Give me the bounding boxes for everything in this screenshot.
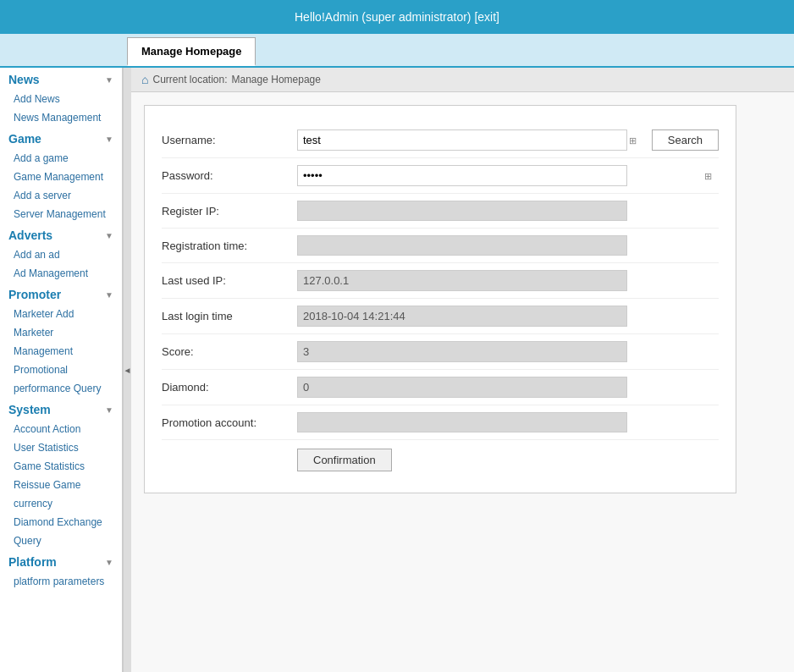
sidebar-section-adverts[interactable]: Adverts ▼ xyxy=(0,223,122,245)
sidebar-platform-title: Platform xyxy=(8,555,57,569)
last-used-ip-value: 127.0.0.1 xyxy=(297,270,627,291)
diamond-label: Diamond: xyxy=(162,381,297,394)
sidebar-item-news-management[interactable]: News Management xyxy=(0,108,122,127)
sidebar-item-query[interactable]: Query xyxy=(0,532,122,550)
sidebar-item-add-ad[interactable]: Add an ad xyxy=(0,245,122,264)
last-login-time-value: 2018-10-04 14:21:44 xyxy=(297,306,627,327)
sidebar-promoter-arrow: ▼ xyxy=(105,290,113,300)
sidebar-adverts-title: Adverts xyxy=(8,229,52,242)
sidebar-item-account-action[interactable]: Account Action xyxy=(0,420,122,438)
sidebar-section-game[interactable]: Game ▼ xyxy=(0,127,122,149)
sidebar-news-arrow: ▼ xyxy=(105,75,113,85)
sidebar-game-arrow: ▼ xyxy=(105,135,113,144)
diamond-row: Diamond: 0 xyxy=(162,370,719,405)
username-label: Username: xyxy=(162,134,297,146)
sidebar-item-marketer-add[interactable]: Marketer Add xyxy=(0,305,122,323)
sidebar-item-reissue-game[interactable]: Reissue Game xyxy=(0,476,122,494)
header-greeting: Hello!Admin (super administrator) xyxy=(295,10,471,24)
diamond-value: 0 xyxy=(297,377,627,398)
sidebar-item-management[interactable]: Management xyxy=(0,342,122,361)
password-label: Password: xyxy=(162,169,297,182)
main-content: Username: ⊞ Search Password: ⊞ xyxy=(131,92,794,672)
sidebar-item-currency[interactable]: currency xyxy=(0,494,122,513)
username-input[interactable] xyxy=(297,129,627,151)
promotion-account-row: Promotion account: xyxy=(162,405,719,440)
last-used-ip-label: Last used IP: xyxy=(162,274,297,287)
username-row: Username: ⊞ Search xyxy=(162,123,719,158)
sidebar-section-promoter[interactable]: Promoter ▼ xyxy=(0,283,122,305)
sidebar: News ▼ Add News News Management Game ▼ A… xyxy=(0,68,123,672)
sidebar-item-diamond-exchange[interactable]: Diamond Exchange xyxy=(0,513,122,532)
password-input-wrapper: ⊞ xyxy=(297,165,719,186)
sidebar-platform-arrow: ▼ xyxy=(105,558,113,567)
password-row: Password: ⊞ xyxy=(162,158,719,194)
breadcrumb: ⌂ Current location: Manage Homepage xyxy=(131,68,794,92)
form-actions: Confirmation xyxy=(162,440,719,476)
breadcrumb-prefix: Current location: xyxy=(152,74,227,85)
sidebar-news-title: News xyxy=(8,73,40,86)
sidebar-item-platform-parameters[interactable]: platform parameters xyxy=(0,572,122,591)
sidebar-adverts-arrow: ▼ xyxy=(105,231,113,240)
sidebar-section-news[interactable]: News ▼ xyxy=(0,68,122,90)
sidebar-item-ad-management[interactable]: Ad Management xyxy=(0,264,122,283)
exit-link[interactable]: [exit] xyxy=(474,10,499,24)
sidebar-section-platform[interactable]: Platform ▼ xyxy=(0,550,122,572)
header: Hello!Admin (super administrator) [exit] xyxy=(0,0,794,34)
registration-time-row: Registration time: xyxy=(162,229,719,263)
sidebar-item-add-server[interactable]: Add a server xyxy=(0,186,122,205)
last-login-time-row: Last login time 2018-10-04 14:21:44 xyxy=(162,299,719,334)
sidebar-section-system[interactable]: System ▼ xyxy=(0,398,122,420)
register-ip-row: Register IP: xyxy=(162,194,719,229)
sidebar-item-game-statistics[interactable]: Game Statistics xyxy=(0,457,122,476)
sidebar-item-promotional[interactable]: Promotional xyxy=(0,361,122,379)
register-ip-value xyxy=(297,201,627,221)
sidebar-system-arrow: ▼ xyxy=(105,405,113,415)
sidebar-item-performance-query[interactable]: performance Query xyxy=(0,379,122,398)
form-container: Username: ⊞ Search Password: ⊞ xyxy=(144,105,736,493)
search-button[interactable]: Search xyxy=(652,129,719,151)
sidebar-item-add-game[interactable]: Add a game xyxy=(0,149,122,168)
layout: News ▼ Add News News Management Game ▼ A… xyxy=(0,68,794,672)
sidebar-system-title: System xyxy=(8,403,51,416)
score-row: Score: 3 xyxy=(162,334,719,370)
last-used-ip-row: Last used IP: 127.0.0.1 xyxy=(162,263,719,299)
sidebar-promoter-title: Promoter xyxy=(8,288,61,301)
sidebar-game-title: Game xyxy=(8,132,41,146)
tab-manage-homepage[interactable]: Manage Homepage xyxy=(127,37,256,66)
breadcrumb-location: Manage Homepage xyxy=(232,74,321,85)
sidebar-item-marketer[interactable]: Marketer xyxy=(0,323,122,342)
register-ip-label: Register IP: xyxy=(162,205,297,218)
score-label: Score: xyxy=(162,345,297,358)
registration-time-label: Registration time: xyxy=(162,240,297,252)
collapse-arrow: ◄ xyxy=(124,366,132,375)
sidebar-item-server-management[interactable]: Server Management xyxy=(0,205,122,223)
username-icon[interactable]: ⊞ xyxy=(629,135,637,146)
tabbar: Manage Homepage xyxy=(0,34,794,68)
last-login-time-label: Last login time xyxy=(162,310,297,322)
promotion-account-label: Promotion account: xyxy=(162,416,297,429)
sidebar-item-game-management[interactable]: Game Management xyxy=(0,168,122,186)
score-value: 3 xyxy=(297,341,627,362)
confirmation-button[interactable]: Confirmation xyxy=(297,449,392,471)
home-icon[interactable]: ⌂ xyxy=(141,73,148,86)
sidebar-item-add-news[interactable]: Add News xyxy=(0,90,122,108)
password-input[interactable] xyxy=(297,165,627,186)
password-icon[interactable]: ⊞ xyxy=(704,170,712,181)
sidebar-item-user-statistics[interactable]: User Statistics xyxy=(0,438,122,457)
promotion-account-value xyxy=(297,412,627,432)
username-input-wrapper: ⊞ xyxy=(297,129,643,151)
registration-time-value xyxy=(297,235,627,256)
collapse-handle[interactable]: ◄ xyxy=(123,68,131,672)
